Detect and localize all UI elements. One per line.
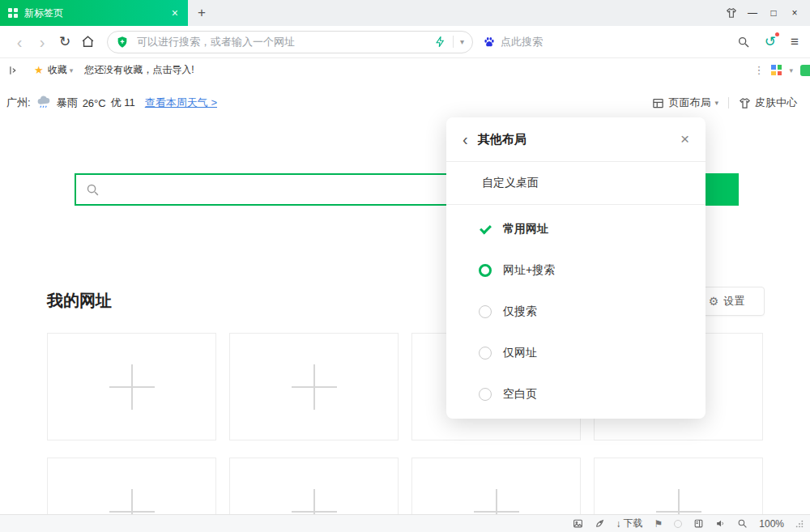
page-tools: 页面布局 ▾ 皮肤中心 — [652, 96, 797, 110]
apps-grid-icon[interactable] — [771, 65, 782, 75]
add-site-tile[interactable] — [229, 458, 399, 514]
zoom-level[interactable]: 100% — [759, 518, 784, 530]
plus-icon — [292, 489, 337, 515]
other-layouts-popup: ‹ 其他布局 × 自定义桌面 常用网址 网址+搜索 仅搜索 仅网址 空白页 — [446, 117, 706, 419]
window-controls: — □ × — [721, 0, 810, 26]
popup-back-icon[interactable]: ‹ — [463, 131, 468, 147]
back-button[interactable]: ‹ — [8, 26, 31, 58]
download-button[interactable]: ↓ 下载 — [616, 517, 643, 530]
option-state-icon — [479, 347, 492, 360]
custom-desktop-item[interactable]: 自定义桌面 — [446, 162, 706, 204]
reader-mode-icon[interactable] — [693, 518, 704, 529]
main-menu-icon[interactable]: ≡ — [791, 34, 799, 50]
home-button[interactable] — [76, 26, 99, 58]
page-layout-label: 页面布局 — [668, 96, 710, 110]
add-site-tile[interactable] — [594, 458, 763, 514]
weather-air-quality: 优 11 — [111, 96, 135, 110]
add-site-tile[interactable] — [411, 458, 581, 514]
settings-label: 设置 — [723, 294, 744, 309]
security-shield-icon — [116, 36, 129, 49]
weather-forecast-link[interactable]: 查看本周天气 > — [145, 96, 217, 110]
apps-chevron-icon[interactable]: ▾ — [789, 66, 793, 74]
flag-icon[interactable]: ⚑ — [654, 518, 663, 530]
weather-condition: 暴雨 — [57, 96, 78, 110]
search-magnifier-icon — [86, 183, 100, 197]
layout-icon — [652, 97, 664, 109]
option-label: 仅网址 — [503, 346, 537, 360]
minimize-button[interactable]: — — [742, 0, 763, 26]
skin-center-label: 皮肤中心 — [755, 96, 797, 110]
popup-close-icon[interactable]: × — [680, 130, 689, 148]
option-state-icon — [479, 223, 492, 236]
gear-icon: ⚙ — [709, 295, 719, 308]
speaker-icon[interactable] — [715, 518, 726, 529]
weather-widget: 广州: 暴雨 26°C 优 11 查看本周天气 > — [6, 96, 217, 110]
favorites-chevron-icon[interactable]: ▾ — [70, 66, 74, 74]
url-field-divider — [453, 36, 454, 48]
shirt-icon — [739, 97, 751, 109]
screenshot-image-icon[interactable] — [573, 518, 583, 529]
layout-chevron-icon: ▾ — [714, 99, 718, 107]
sidebar-toggle-icon[interactable] — [8, 65, 19, 76]
refresh-button[interactable]: ↻ — [53, 26, 76, 58]
popup-header: ‹ 其他布局 × — [446, 117, 706, 161]
bookmarks-empty-hint[interactable]: 您还没有收藏，点击导入! — [84, 63, 194, 77]
download-arrow-icon: ↓ — [616, 518, 621, 530]
layout-option[interactable]: 仅搜索 — [446, 291, 706, 332]
forward-button[interactable]: › — [31, 26, 53, 58]
layout-option[interactable]: 空白页 — [446, 374, 706, 415]
undo-restore-icon[interactable]: ↺ — [765, 33, 776, 50]
option-label: 空白页 — [503, 387, 537, 402]
layout-option[interactable]: 常用网址 — [446, 208, 706, 249]
zoom-search-icon[interactable] — [737, 518, 748, 529]
download-label: 下载 — [624, 517, 643, 530]
address-bar-right-tools: ↺ ≡ — [737, 33, 799, 50]
page-search-icon[interactable] — [737, 36, 750, 49]
lightning-icon[interactable] — [434, 36, 446, 48]
url-field[interactable]: ▾ — [107, 31, 473, 53]
layout-options-list: 常用网址 网址+搜索 仅搜索 仅网址 空白页 — [446, 205, 706, 419]
favorites-star-icon: ★ — [34, 64, 44, 76]
skin-center-button[interactable]: 皮肤中心 — [739, 96, 797, 110]
option-label: 仅搜索 — [503, 304, 537, 319]
page-layout-button[interactable]: 页面布局 ▾ — [652, 96, 718, 110]
address-input[interactable] — [135, 35, 428, 49]
search-engine-button[interactable]: 点此搜索 — [483, 35, 543, 49]
add-site-tile[interactable] — [47, 333, 216, 440]
record-circle-icon[interactable] — [674, 520, 682, 528]
plus-icon — [109, 364, 155, 410]
address-bar: ‹ › ↻ ▾ 点此搜索 ↺ ≡ — [0, 26, 810, 58]
tab-close-icon[interactable]: × — [170, 6, 180, 19]
baidu-paw-icon — [483, 36, 496, 49]
resize-grip[interactable] — [795, 520, 804, 528]
layout-option[interactable]: 仅网址 — [446, 333, 706, 374]
plus-icon — [109, 489, 155, 515]
edge-app-icon[interactable] — [800, 65, 810, 76]
weather-temperature: 26°C — [83, 97, 106, 109]
chevron-down-icon[interactable]: ▾ — [460, 37, 464, 46]
close-window-button[interactable]: × — [784, 0, 805, 26]
option-state-icon — [479, 388, 492, 401]
tab-favicon-grid-icon — [8, 8, 18, 18]
weather-rain-icon — [36, 96, 52, 110]
plus-icon — [292, 364, 337, 410]
tab-bar: 新标签页 × + — □ × — [0, 0, 810, 26]
add-site-tile[interactable] — [47, 458, 216, 514]
add-site-tile[interactable] — [229, 333, 399, 440]
rocket-icon[interactable] — [595, 518, 605, 529]
new-tab-button[interactable]: + — [188, 0, 215, 26]
maximize-button[interactable]: □ — [763, 0, 784, 26]
tab-new-tab-page[interactable]: 新标签页 × — [0, 0, 188, 26]
layout-option[interactable]: 网址+搜索 — [446, 249, 706, 291]
plus-icon — [656, 489, 701, 515]
more-vertical-icon[interactable]: ⋮ — [753, 64, 764, 76]
option-state-icon — [479, 264, 492, 277]
favorites-label[interactable]: 收藏 — [48, 63, 67, 77]
my-sites-title: 我的网址 — [47, 290, 112, 312]
option-state-icon — [479, 305, 492, 318]
status-bar: ↓ 下载 ⚑ 100% — [0, 514, 810, 532]
search-engine-label: 点此搜索 — [501, 35, 543, 49]
skin-icon[interactable] — [721, 0, 742, 26]
weather-city: 广州: — [6, 96, 31, 110]
plus-icon — [474, 489, 519, 515]
